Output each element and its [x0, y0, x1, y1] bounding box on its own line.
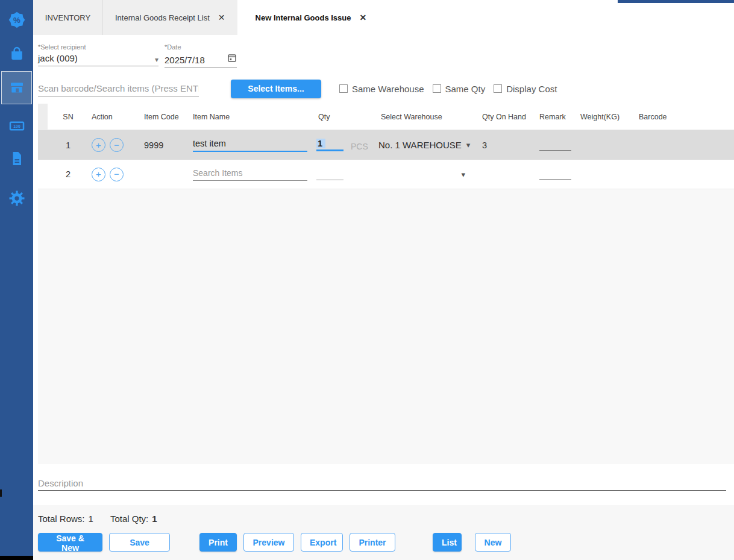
gear-icon: [8, 189, 26, 210]
app-window: %: [0, 0, 734, 560]
discount-badge-icon: %: [7, 10, 27, 32]
date-field-group: *Date 2025/7/18: [165, 43, 237, 74]
option-label: Same Qty: [445, 84, 486, 94]
date-picker[interactable]: 2025/7/18: [165, 53, 237, 68]
display-cost-option[interactable]: Display Cost: [494, 84, 557, 94]
preview-button[interactable]: Preview: [243, 533, 294, 552]
add-row-button[interactable]: +: [92, 168, 105, 181]
tab-inventory[interactable]: INVENTORY: [33, 0, 102, 35]
print-button-group: Print Preview Export Printer: [199, 533, 395, 552]
col-weight: Weight(KG): [574, 113, 632, 121]
remove-row-button[interactable]: −: [110, 138, 124, 152]
svg-text:%: %: [13, 16, 20, 25]
col-sn: SN: [48, 113, 89, 121]
qty-cell: [316, 168, 377, 180]
description-section: [33, 464, 734, 505]
col-select-warehouse: Select Warehouse: [377, 113, 476, 121]
table-empty-area: [38, 189, 734, 464]
action-buttons: Save & New Save Print Preview Export Pri…: [38, 533, 734, 552]
header-form: *Select recipient jack (009) ▾ *Date 202…: [33, 35, 734, 74]
col-remark: Remark: [533, 113, 574, 121]
item-code-cell: 9999: [142, 140, 185, 150]
sidebar-item-cash[interactable]: 100: [0, 112, 33, 142]
unit-label: PCS: [351, 142, 368, 151]
table-row[interactable]: 2 + − Search Items ▾: [38, 160, 734, 189]
sidebar-item-purchasing[interactable]: [0, 40, 33, 70]
table-row[interactable]: 1 + − 9999 test item 1 PCS No. 1 WAREHOU…: [38, 130, 734, 160]
sidebar-item-documents[interactable]: [0, 145, 33, 175]
sidebar-item-promotions[interactable]: %: [0, 6, 33, 36]
tab-label: Internal Goods Receipt List: [115, 13, 210, 22]
same-qty-option[interactable]: Same Qty: [433, 84, 486, 94]
row-sn: 1: [48, 140, 89, 150]
qty-input[interactable]: [316, 168, 343, 180]
tab-bar: INVENTORY Internal Goods Receipt List ✕ …: [33, 0, 734, 35]
export-button[interactable]: Export: [301, 533, 343, 552]
recipient-select[interactable]: jack (009) ▾: [38, 53, 158, 66]
item-name-input[interactable]: test item: [193, 139, 307, 152]
tab-internal-goods-receipt-list[interactable]: Internal Goods Receipt List ✕: [103, 0, 237, 35]
col-item-name: Item Name: [185, 113, 310, 121]
qty-cell: 1 PCS: [316, 139, 377, 151]
chevron-down-icon: ▾: [155, 56, 158, 63]
remark-input[interactable]: [539, 140, 571, 151]
shopping-bag-icon: [8, 45, 26, 65]
items-table: SN Action Item Code Item Name Qty Select…: [38, 104, 734, 464]
tab-new-internal-goods-issue[interactable]: New Internal Goods Issue ✕: [237, 0, 379, 35]
total-rows-label: Total Rows:: [38, 514, 85, 524]
row-sn: 2: [48, 169, 89, 179]
store-icon: [8, 78, 26, 98]
option-checkboxes: Same Warehouse Same Qty Display Cost: [339, 84, 557, 94]
qty-input[interactable]: 1: [316, 139, 343, 151]
select-items-button[interactable]: Select Items...: [231, 80, 321, 98]
calendar-icon[interactable]: [227, 53, 237, 65]
item-name-search-input[interactable]: Search Items: [193, 168, 307, 181]
chevron-down-icon: ▾: [461, 170, 465, 179]
description-input[interactable]: [38, 476, 726, 491]
recipient-value: jack (009): [38, 53, 78, 63]
same-warehouse-checkbox[interactable]: [339, 84, 348, 93]
footer: Total Rows: 1 Total Qty: 1 Save & New Sa…: [33, 505, 734, 560]
col-action: Action: [89, 113, 142, 121]
add-row-button[interactable]: +: [92, 138, 105, 152]
warehouse-dropdown[interactable]: ▾: [377, 170, 476, 179]
same-qty-checkbox[interactable]: [433, 84, 441, 93]
date-value: 2025/7/18: [165, 55, 205, 65]
recipient-label: *Select recipient: [38, 43, 158, 51]
list-button[interactable]: List: [433, 533, 462, 552]
date-label: *Date: [165, 43, 237, 51]
sidebar-item-settings[interactable]: [0, 184, 33, 215]
warehouse-value: No. 1 WAREHOUSE: [378, 140, 462, 150]
same-warehouse-option[interactable]: Same Warehouse: [339, 84, 424, 94]
close-icon[interactable]: ✕: [359, 13, 366, 22]
remark-input[interactable]: [539, 169, 571, 180]
printer-button[interactable]: Printer: [350, 533, 395, 552]
total-rows-value: 1: [89, 514, 93, 524]
save-button[interactable]: Save: [109, 533, 170, 552]
display-cost-checkbox[interactable]: [494, 84, 502, 93]
recipient-field-group: *Select recipient jack (009) ▾: [38, 43, 158, 74]
total-qty-label: Total Qty:: [110, 514, 148, 524]
barcode-search-input[interactable]: [38, 81, 199, 96]
new-button[interactable]: New: [475, 533, 511, 552]
row-actions: + −: [89, 138, 142, 152]
remove-row-button[interactable]: −: [110, 168, 124, 181]
print-button[interactable]: Print: [199, 533, 237, 552]
row-handle-column: [38, 104, 48, 130]
totals-bar: Total Rows: 1 Total Qty: 1: [38, 514, 734, 524]
warehouse-dropdown[interactable]: No. 1 WAREHOUSE ▾: [377, 140, 476, 150]
close-icon[interactable]: ✕: [218, 13, 225, 22]
nav-button-group: List New: [433, 533, 511, 552]
sidebar-notch: [0, 489, 2, 497]
document-icon: [8, 150, 25, 169]
col-item-code: Item Code: [142, 113, 185, 121]
save-and-new-button[interactable]: Save & New: [38, 533, 102, 552]
total-qty-value: 1: [152, 514, 157, 524]
col-qty-on-hand: Qty On Hand: [476, 113, 533, 121]
svg-text:100: 100: [13, 124, 20, 128]
col-qty: Qty: [310, 113, 377, 121]
sidebar-item-inventory[interactable]: [1, 71, 32, 104]
tab-label: New Internal Goods Issue: [256, 13, 351, 22]
qty-on-hand-cell: 3: [476, 140, 533, 150]
sidebar: %: [0, 0, 33, 556]
